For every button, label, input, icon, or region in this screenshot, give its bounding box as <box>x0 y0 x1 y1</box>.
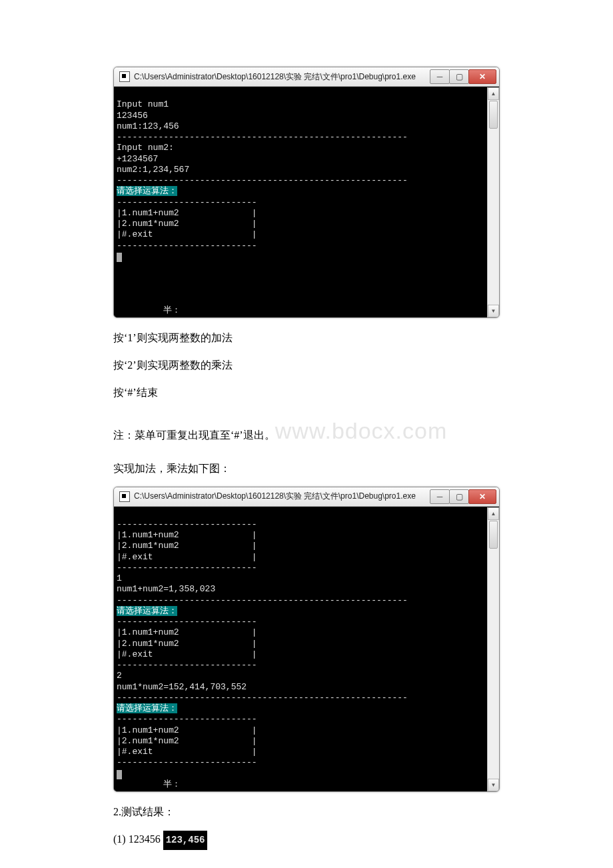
scroll-up-button[interactable]: ▲ <box>488 507 499 520</box>
console-line: num1*num2=152,414,703,552 <box>117 682 247 692</box>
console-line: num1+num2=1,358,023 <box>117 584 215 594</box>
console-line: --------------------------- <box>117 714 257 724</box>
console-line: Input num1 <box>117 99 169 109</box>
console-output[interactable]: Input num1 123456 num1:123,456 ---------… <box>114 87 487 317</box>
console-line: +1234567 <box>117 154 158 164</box>
scroll-down-button[interactable]: ▼ <box>488 779 499 791</box>
scroll-up-button[interactable]: ▲ <box>488 87 499 100</box>
console-line: ----------------------------------------… <box>117 595 408 605</box>
console-line: |#.exit | <box>117 649 257 659</box>
console-line: --------------------------- <box>117 660 257 670</box>
console-line: |1.num1+num2 | <box>117 627 257 637</box>
close-button[interactable]: ✕ <box>468 489 496 504</box>
console-line: |2.num1*num2 | <box>117 736 257 746</box>
window-controls: ─ ▢ ✕ <box>430 489 496 504</box>
watermark-text: www.bdocx.com <box>275 418 448 443</box>
scroll-track[interactable] <box>488 549 499 779</box>
scroll-thumb[interactable] <box>489 101 498 129</box>
document-page: C:\Users\Administrator\Desktop\16012128\… <box>0 0 613 868</box>
caption-line: 实现加法，乘法如下图： <box>113 459 500 479</box>
console-window-1: C:\Users\Administrator\Desktop\16012128\… <box>113 67 500 318</box>
console-line: 123456 <box>117 111 148 121</box>
console-line: num1:123,456 <box>117 121 179 131</box>
console-line: |#.exit | <box>117 229 257 239</box>
console-line: --------------------------- <box>117 757 257 767</box>
console-line: ----------------------------------------… <box>117 132 408 142</box>
console-line: --------------------------- <box>117 617 257 627</box>
titlebar[interactable]: C:\Users\Administrator\Desktop\16012128\… <box>114 487 499 507</box>
titlebar[interactable]: C:\Users\Administrator\Desktop\16012128\… <box>114 67 499 87</box>
scroll-track[interactable] <box>488 129 499 305</box>
console-line: --------------------------- <box>117 563 257 573</box>
console-line: |#.exit | <box>117 747 257 757</box>
console-footer: 半： <box>163 779 181 789</box>
cursor-icon <box>117 770 122 779</box>
window-title: C:\Users\Administrator\Desktop\16012128\… <box>134 71 430 83</box>
section-heading: 2.测试结果： <box>113 803 500 822</box>
console-line: 1 <box>117 573 122 583</box>
console-line: --------------------------- <box>117 241 257 251</box>
console-line: |1.num1+num2 | <box>117 725 257 735</box>
caption-line: 注：菜单可重复出现直至‘#’退出。www.bdocx.com <box>113 411 500 451</box>
console-line: |1.num1+num2 | <box>117 530 257 540</box>
minimize-button[interactable]: ─ <box>430 69 450 84</box>
console-line: |2.num1*num2 | <box>117 219 257 229</box>
console-output[interactable]: --------------------------- |1.num1+num2… <box>114 507 487 792</box>
console-line: --------------------------- <box>117 197 257 207</box>
caption-line: 按‘1’则实现两整数的加法 <box>113 329 500 348</box>
console-line: |2.num1*num2 | <box>117 541 257 551</box>
console-line: |1.num1+num2 | <box>117 208 257 218</box>
console-line: num2:1,234,567 <box>117 165 189 175</box>
cursor-icon <box>117 253 122 262</box>
caption-line: 按‘#’结束 <box>113 383 500 403</box>
console-line: Input num2: <box>117 143 174 153</box>
console-client-area: Input num1 123456 num1:123,456 ---------… <box>114 87 499 317</box>
result-line: (1) 123456 123,456 <box>113 830 500 850</box>
console-line: |#.exit | <box>117 552 257 562</box>
caption-line: 按‘2’则实现两整数的乘法 <box>113 356 500 375</box>
console-prompt-highlight: 请选择运算法： <box>117 606 177 616</box>
maximize-button[interactable]: ▢ <box>449 69 469 84</box>
console-line: |2.num1*num2 | <box>117 639 257 649</box>
console-line: ----------------------------------------… <box>117 693 408 703</box>
window-title: C:\Users\Administrator\Desktop\16012128\… <box>134 491 430 502</box>
console-line: --------------------------- <box>117 519 257 529</box>
app-icon <box>119 491 130 502</box>
console-window-2: C:\Users\Administrator\Desktop\16012128\… <box>113 487 500 793</box>
console-line: ----------------------------------------… <box>117 175 408 185</box>
vertical-scrollbar[interactable]: ▲ ▼ <box>487 507 499 792</box>
console-client-area: --------------------------- |1.num1+num2… <box>114 507 499 792</box>
note-text: 注：菜单可重复出现直至‘#’退出。 <box>113 429 275 441</box>
minimize-button[interactable]: ─ <box>430 489 450 504</box>
console-prompt-highlight: 请选择运算法： <box>117 186 177 196</box>
window-controls: ─ ▢ ✕ <box>430 69 496 84</box>
app-icon <box>119 71 130 82</box>
maximize-button[interactable]: ▢ <box>449 489 469 504</box>
vertical-scrollbar[interactable]: ▲ ▼ <box>487 87 499 317</box>
result-value-chip: 123,456 <box>163 831 208 850</box>
close-button[interactable]: ✕ <box>468 69 496 84</box>
scroll-down-button[interactable]: ▼ <box>488 305 499 317</box>
console-line: 2 <box>117 671 122 681</box>
console-prompt-highlight: 请选择运算法： <box>117 703 177 713</box>
console-footer: 半： <box>163 305 181 315</box>
result-prefix: (1) 123456 <box>113 833 163 845</box>
scroll-thumb[interactable] <box>489 521 498 549</box>
